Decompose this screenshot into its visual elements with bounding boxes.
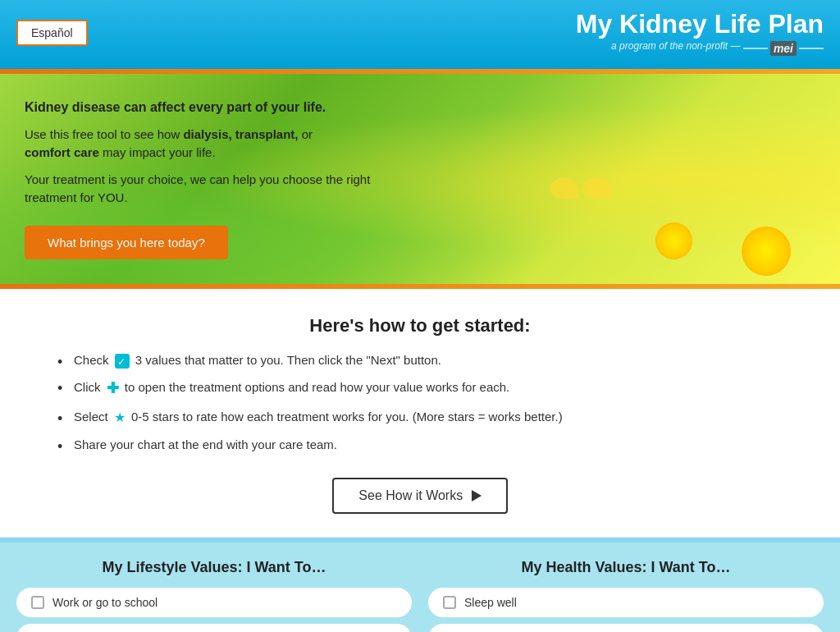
instructions-list: Check 3 values that matter to you. Then … xyxy=(49,351,791,455)
header: Español My Kidney Life Plan a program of… xyxy=(0,0,840,69)
lifestyle-item-2[interactable]: Travel xyxy=(16,624,412,632)
health-item-2[interactable]: Get a transplant xyxy=(428,624,824,632)
dandelion-flower-2 xyxy=(655,222,692,259)
mei-logo: mei xyxy=(743,41,824,56)
list-item-1: Check 3 values that matter to you. Then … xyxy=(57,351,791,370)
hero-content: Kidney disease can affect every part of … xyxy=(0,74,443,283)
list-item-3: Select ★ 0-5 stars to rate how each trea… xyxy=(57,408,791,428)
play-icon xyxy=(472,490,482,501)
values-grid: My Lifestyle Values: I Want To… Work or … xyxy=(16,559,824,632)
see-how-label: See How it Works xyxy=(358,488,463,502)
hero-headline: Kidney disease can affect every part of … xyxy=(25,98,418,117)
list-item-4: Share your chart at the end with your ca… xyxy=(57,436,791,455)
lifestyle-label-1: Work or go to school xyxy=(52,596,158,609)
health-list: Sleep well Get a transplant Take as few … xyxy=(428,588,824,632)
star-icon: ★ xyxy=(114,408,126,428)
butterfly-wing-left xyxy=(550,178,578,199)
dandelion-decoration-2 xyxy=(655,222,692,259)
lifestyle-column: My Lifestyle Values: I Want To… Work or … xyxy=(16,559,412,632)
butterfly-wing-right xyxy=(582,178,610,199)
app-title: My Kidney Life Plan xyxy=(576,10,824,39)
health-column: My Health Values: I Want To… Sleep well … xyxy=(428,559,824,632)
butterfly-decoration xyxy=(550,178,610,202)
espanol-button[interactable]: Español xyxy=(16,20,88,46)
health-label-1: Sleep well xyxy=(464,596,517,609)
check-icon xyxy=(115,354,130,369)
hero-body-2: Your treatment is your choice, we can he… xyxy=(25,171,418,208)
instructions-title: Here's how to get started: xyxy=(49,315,791,337)
plus-icon: ✚ xyxy=(107,378,119,400)
health-item-1[interactable]: Sleep well xyxy=(428,588,824,617)
values-section: My Lifestyle Values: I Want To… Work or … xyxy=(0,543,840,632)
hero-section: Kidney disease can affect every part of … xyxy=(0,74,840,283)
dandelion-decoration xyxy=(742,227,791,276)
lifestyle-list: Work or go to school Travel Eat and drin… xyxy=(16,588,412,632)
lifestyle-checkbox-1[interactable] xyxy=(31,596,44,609)
dandelion-flower-1 xyxy=(742,227,791,276)
health-checkbox-1[interactable] xyxy=(443,596,456,609)
see-how-button[interactable]: See How it Works xyxy=(332,478,507,514)
list-item-2: Click ✚ to open the treatment options an… xyxy=(57,378,791,400)
health-title: My Health Values: I Want To… xyxy=(428,559,824,576)
hero-body-1: Use this free tool to see how dialysis, … xyxy=(25,126,418,163)
hero-cta-button[interactable]: What brings you here today? xyxy=(25,226,228,259)
lifestyle-item-1[interactable]: Work or go to school xyxy=(16,588,412,617)
instructions-section: Here's how to get started: Check 3 value… xyxy=(0,289,840,538)
header-title-area: My Kidney Life Plan a program of the non… xyxy=(576,10,824,56)
app-subtitle: a program of the non-profit — mei xyxy=(576,40,824,56)
lifestyle-title: My Lifestyle Values: I Want To… xyxy=(16,559,412,576)
